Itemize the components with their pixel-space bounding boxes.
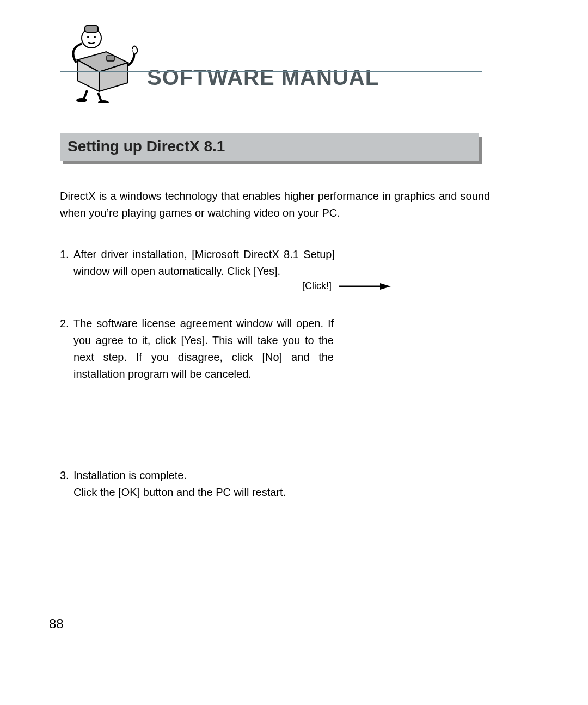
doc-title-block: SOFTWARE MANUAL [147,65,379,90]
step-3: 3. Installation is complete. Click the [… [60,467,490,501]
click-label: [Click!] [302,279,332,294]
step-2: 2. The software license agreement window… [60,315,490,383]
step-2-text: The software license agreement window wi… [74,315,334,383]
body: DirectX is a windows technology that ena… [60,188,490,501]
click-annotation: [Click!] [302,279,391,294]
page-number: 88 [49,616,64,632]
step-1: 1. After driver installation, [Microsoft… [60,246,490,280]
intro-paragraph: DirectX is a windows technology that ena… [60,188,490,222]
step-3-text: Installation is complete. Click the [OK]… [74,467,400,501]
spacer [60,296,490,315]
svg-point-4 [94,36,96,38]
svg-rect-0 [107,56,114,61]
header-rule [60,71,482,72]
page: SOFTWARE MANUAL Setting up DirectX 8.1 D… [0,0,588,705]
spacer [60,399,490,467]
mascot-illustration [60,16,142,103]
svg-rect-2 [85,26,98,32]
svg-marker-8 [380,283,391,290]
step-1-number: 1. [60,246,74,280]
arrow-right-icon [339,283,391,290]
svg-point-6 [98,100,109,103]
section-heading-box: Setting up DirectX 8.1 [60,133,479,161]
step-2-number: 2. [60,315,74,383]
step-3-number: 3. [60,467,74,501]
svg-point-3 [87,36,89,38]
section-heading: Setting up DirectX 8.1 [60,133,479,161]
step-1-text: After driver installation, [Microsoft Di… [74,246,335,280]
section-title: Setting up DirectX 8.1 [68,138,225,155]
page-header: SOFTWARE MANUAL [60,22,539,98]
svg-point-5 [76,98,87,102]
step-3-line2: Click the [OK] button and the PC will re… [74,486,286,498]
doc-title: SOFTWARE MANUAL [147,65,379,90]
step-3-line1: Installation is complete. [74,469,187,481]
